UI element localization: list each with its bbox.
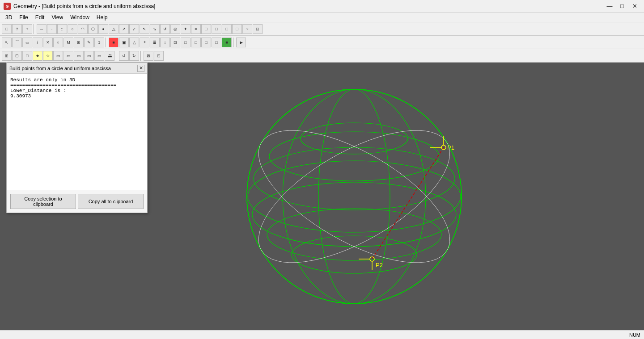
tb3-rect5[interactable]: ▭ xyxy=(94,51,104,61)
svg-point-8 xyxy=(318,89,390,304)
tb1-poly[interactable]: ⬡ xyxy=(88,24,98,34)
tb3-rect[interactable]: ▭ xyxy=(53,51,63,61)
p2-label: P2 xyxy=(376,262,383,268)
tb2-pen[interactable]: ✎ xyxy=(84,38,94,47)
menu-edit[interactable]: Edit xyxy=(32,13,48,21)
tb2-3d[interactable]: 3 xyxy=(94,38,104,47)
tb2-more[interactable]: ▶ xyxy=(236,38,246,47)
tb1-wave[interactable]: ~ xyxy=(242,24,252,34)
tb2-brush[interactable]: ⌖ xyxy=(140,38,149,47)
minimize-button[interactable]: — xyxy=(604,2,615,11)
copy-selection-button[interactable]: Copy selection to clipboard xyxy=(10,194,76,209)
tb3-zoom-box[interactable]: □ xyxy=(22,51,32,61)
menu-window[interactable]: Window xyxy=(67,13,93,21)
tb1-sq2[interactable]: □ xyxy=(212,24,221,34)
tb2-color[interactable]: ■ xyxy=(109,38,119,47)
dialog-close-button[interactable]: ✕ xyxy=(137,65,144,72)
maximize-button[interactable]: □ xyxy=(616,2,628,11)
title-bar: G Geometry - [Build points from a circle… xyxy=(0,0,644,13)
tb2-green[interactable]: ■ xyxy=(222,38,232,47)
tb1-arrow3[interactable]: ↖ xyxy=(140,24,149,34)
tb2-view1[interactable]: ▣ xyxy=(119,38,129,47)
tb3-zoom-fit[interactable]: ⊡ xyxy=(12,51,22,61)
tb3-zoom-in[interactable]: ★ xyxy=(33,51,42,61)
tb2-o[interactable]: ○ xyxy=(53,38,63,47)
tb2-sq6[interactable]: □ xyxy=(191,38,201,47)
sep3 xyxy=(233,38,235,47)
tb3-redo[interactable]: ↻ xyxy=(129,51,139,61)
tb1-pt[interactable]: · xyxy=(47,24,57,34)
dialog-title: Build points from a circle and uniform a… xyxy=(9,66,111,71)
tb1-star[interactable]: ✦ xyxy=(181,24,191,34)
svg-point-9 xyxy=(283,89,426,304)
p1-label: P1 xyxy=(447,144,454,151)
status-bar: NUM xyxy=(0,330,644,339)
menu-help[interactable]: Help xyxy=(93,13,111,21)
tb2-filter[interactable]: ⊞ xyxy=(74,38,84,47)
svg-point-14 xyxy=(208,67,501,326)
tb1-help[interactable]: ? xyxy=(12,24,22,34)
tb1-arrow4[interactable]: ↘ xyxy=(150,24,160,34)
tb3-snap1[interactable]: ⊠ xyxy=(144,51,153,61)
svg-point-6 xyxy=(292,236,417,273)
tb2-sel[interactable]: ↖ xyxy=(2,38,12,47)
tb2-sq7[interactable]: □ xyxy=(201,38,211,47)
menu-file[interactable]: File xyxy=(16,13,31,21)
svg-point-7 xyxy=(301,123,408,154)
tb1-arc[interactable]: ◠ xyxy=(78,24,88,34)
tb1-arrow2[interactable]: ↙ xyxy=(129,24,139,34)
tb1-misc[interactable]: ⊡ xyxy=(253,24,263,34)
tb2-tri2[interactable]: △ xyxy=(129,38,139,47)
tb3-undo[interactable]: ↺ xyxy=(119,51,129,61)
tb3-rect3[interactable]: ▭ xyxy=(74,51,84,61)
tb1-eq[interactable]: ≡ xyxy=(191,24,201,34)
tb3-snap2[interactable]: ⊡ xyxy=(154,51,164,61)
copy-all-button[interactable]: Copy all to clipboard xyxy=(78,194,144,209)
tb2-sq8[interactable]: □ xyxy=(212,38,221,47)
sep4 xyxy=(116,51,118,61)
tb2-box[interactable]: ▭ xyxy=(22,38,32,47)
tb1-line[interactable]: ─ xyxy=(37,24,47,34)
tb2-layers[interactable]: ≣ xyxy=(150,38,160,47)
app-icon: G xyxy=(4,3,11,10)
tb1-rotate[interactable]: ↺ xyxy=(160,24,170,34)
tb2-M[interactable]: M xyxy=(64,38,73,47)
tb2-x[interactable]: ✕ xyxy=(43,38,53,47)
tb1-sq4[interactable]: □ xyxy=(232,24,242,34)
tb1-arrow1[interactable]: ↗ xyxy=(119,24,129,34)
tb2-lasso[interactable]: ⌒ xyxy=(12,38,22,47)
tb1-circle[interactable]: ○ xyxy=(68,24,77,34)
tb2-line2[interactable]: / xyxy=(33,38,42,47)
title-bar-left: G Geometry - [Build points from a circle… xyxy=(4,3,155,10)
tb1-sq3[interactable]: □ xyxy=(222,24,232,34)
results-dialog: Build points from a circle and uniform a… xyxy=(6,63,148,213)
toolbar2: ↖ ⌒ ▭ / ✕ ○ M ⊞ ✎ 3 ■ ▣ △ ⌖ ≣ ↕ ⊡ □ □ □ … xyxy=(0,36,644,49)
tb1-sq1[interactable]: □ xyxy=(201,24,211,34)
svg-point-1 xyxy=(269,132,439,181)
tb3-zoom-all[interactable]: ⊞ xyxy=(2,51,12,61)
tb1-fill[interactable]: ● xyxy=(98,24,108,34)
tb3-zoom-out[interactable]: ☆ xyxy=(43,51,53,61)
svg-point-3 xyxy=(248,161,461,232)
svg-point-0 xyxy=(247,89,462,304)
svg-line-17 xyxy=(372,147,444,259)
toolbar1: □ ? + ─ · :: ○ ◠ ⬡ ● △ ↗ ↙ ↖ ↘ ↺ ◎ ✦ ≡ □… xyxy=(0,22,644,36)
tb1-grid[interactable]: :: xyxy=(57,24,67,34)
tb1-tri[interactable]: △ xyxy=(109,24,119,34)
status-text: NUM xyxy=(629,332,640,338)
window-title: Geometry - [Build points from a circle a… xyxy=(13,3,155,9)
tb3-rect2[interactable]: ▭ xyxy=(64,51,73,61)
menu-view[interactable]: View xyxy=(48,13,67,21)
tb1-target[interactable]: ◎ xyxy=(170,24,180,34)
menu-3d[interactable]: 3D xyxy=(2,13,16,21)
app-icon-label: G xyxy=(5,4,8,8)
main-area: Build points from a circle and uniform a… xyxy=(0,63,644,330)
close-button[interactable]: ✕ xyxy=(629,2,640,11)
tb2-arrow5[interactable]: ↕ xyxy=(160,38,170,47)
tb3-rect4[interactable]: ▭ xyxy=(84,51,94,61)
tb1-add[interactable]: + xyxy=(22,24,32,34)
tb1-new[interactable]: □ xyxy=(2,24,12,34)
tb2-sq5[interactable]: □ xyxy=(181,38,191,47)
tb2-sym[interactable]: ⊡ xyxy=(170,38,180,47)
tb3-3dview[interactable]: 🗳 xyxy=(105,51,114,61)
